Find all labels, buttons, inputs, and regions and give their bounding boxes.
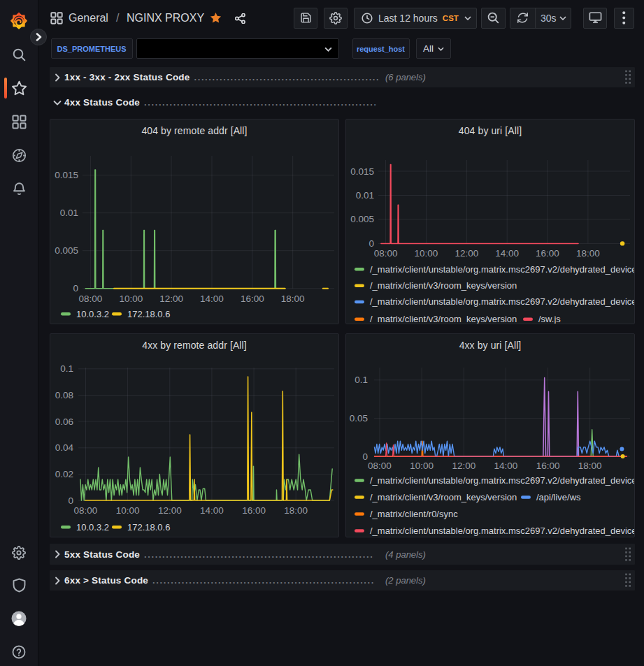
svg-text:/_matrix/client/unstable/org.m: /_matrix/client/unstable/org.matrix.msc2… [370,296,635,307]
svg-text:12:00: 12:00 [158,505,182,516]
svg-text:/_matrix/client/unstable/org.m: /_matrix/client/unstable/org.matrix.msc2… [370,475,635,486]
svg-text:12:00: 12:00 [159,294,183,304]
svg-text:/_matrix/client/unstable/org.m: /_matrix/client/unstable/org.matrix.msc2… [370,264,635,275]
svg-text:10:00: 10:00 [410,461,434,471]
svg-text:/sw.js: /sw.js [538,314,561,324]
svg-text:14:00: 14:00 [495,248,519,259]
svg-text:/_matrix/client/r0/sync: /_matrix/client/r0/sync [370,509,458,519]
svg-text:0.1: 0.1 [60,363,73,374]
svg-text:10:00: 10:00 [116,505,140,516]
svg-text:/_matrix/client/v3/room_keys/v: /_matrix/client/v3/room_keys/version [370,492,517,502]
svg-text:08:00: 08:00 [74,505,98,516]
svg-text:10.0.3.2: 10.0.3.2 [76,522,109,533]
svg-text:18:00: 18:00 [578,461,602,471]
svg-text:0.08: 0.08 [55,390,73,400]
svg-text:10.0.3.2: 10.0.3.2 [76,309,109,319]
svg-text:0.005: 0.005 [350,214,374,224]
svg-text:172.18.0.6: 172.18.0.6 [127,522,170,533]
svg-text:0.005: 0.005 [55,245,78,256]
svg-text:10:00: 10:00 [415,248,438,259]
svg-text:18:00: 18:00 [284,505,308,516]
svg-text:08:00: 08:00 [374,248,398,259]
svg-text:0.06: 0.06 [55,417,73,427]
svg-text:0.02: 0.02 [55,469,73,479]
svg-text:/_matrix/client/v3/room_keys/v: /_matrix/client/v3/room_keys/version [370,314,517,324]
svg-text:18:00: 18:00 [281,294,305,304]
svg-text:16:00: 16:00 [536,248,559,259]
svg-text:16:00: 16:00 [536,461,560,471]
svg-text:0.05: 0.05 [350,413,368,424]
svg-text:18:00: 18:00 [576,248,600,259]
svg-text:12:00: 12:00 [455,248,478,259]
svg-text:/_matrix/client/v3/room_keys/v: /_matrix/client/v3/room_keys/version [370,280,517,291]
svg-text:0.01: 0.01 [60,208,78,218]
svg-text:172.18.0.6: 172.18.0.6 [127,309,170,319]
svg-text:0: 0 [368,238,374,249]
svg-text:0.015: 0.015 [350,166,374,177]
svg-text:14:00: 14:00 [494,461,518,471]
svg-text:14:00: 14:00 [200,505,224,516]
svg-text:0: 0 [73,283,78,294]
svg-text:/api/live/ws: /api/live/ws [536,492,581,502]
svg-text:0.01: 0.01 [356,190,374,201]
svg-text:0: 0 [362,451,368,462]
svg-text:10:00: 10:00 [119,294,143,304]
svg-text:0.015: 0.015 [55,170,78,180]
svg-text:16:00: 16:00 [242,505,266,516]
svg-text:16:00: 16:00 [241,294,264,304]
svg-text:0.04: 0.04 [55,442,74,453]
svg-text:08:00: 08:00 [79,294,103,304]
svg-text:14:00: 14:00 [200,294,224,304]
svg-text:0: 0 [68,495,73,506]
svg-text:12:00: 12:00 [452,461,475,471]
svg-text:/_matrix/client/unstable/org.m: /_matrix/client/unstable/org.matrix.msc2… [370,526,635,536]
svg-text:08:00: 08:00 [368,461,392,471]
svg-text:0.1: 0.1 [355,375,368,385]
